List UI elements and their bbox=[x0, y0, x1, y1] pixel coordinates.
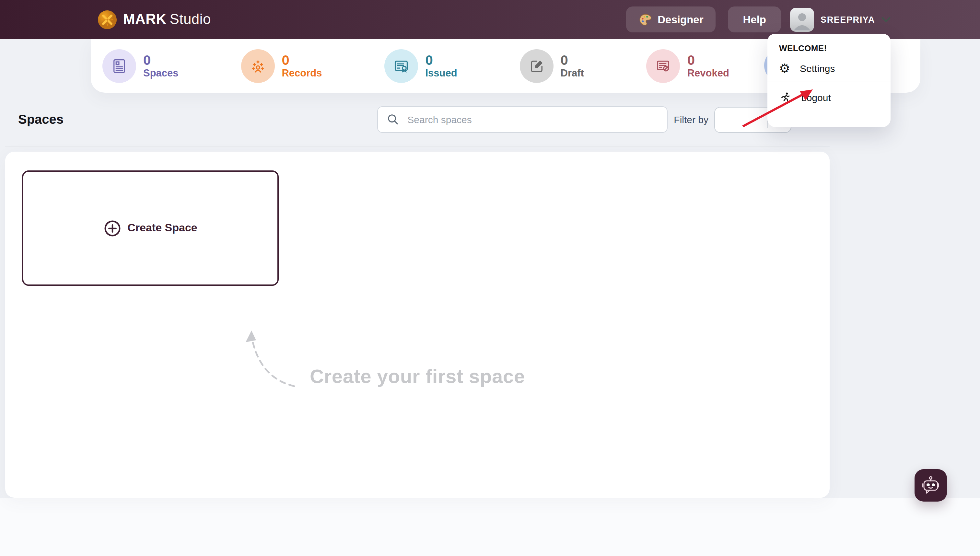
settings-label: Settings bbox=[800, 63, 835, 74]
stat-draft: 0 Draft bbox=[520, 49, 584, 82]
plus-circle-icon bbox=[103, 219, 121, 237]
help-button[interactable]: Help bbox=[728, 6, 781, 32]
person-icon bbox=[790, 8, 814, 31]
app-header: MARKStudio Designer Help bbox=[0, 0, 980, 39]
stat-label: Issued bbox=[425, 67, 457, 79]
user-name[interactable]: SREEPRIYA bbox=[821, 15, 875, 24]
search-icon bbox=[387, 113, 399, 126]
stat-records: 0 Records bbox=[241, 49, 322, 82]
logout-label: Logout bbox=[801, 92, 831, 103]
menu-item-logout[interactable]: Logout bbox=[779, 86, 879, 109]
spaces-toolbar: Spaces Filter by bbox=[5, 93, 830, 147]
robot-icon bbox=[920, 474, 942, 496]
stat-issued: 0 Issued bbox=[384, 49, 457, 82]
logout-runner-icon bbox=[779, 91, 791, 103]
stat-value: 0 bbox=[561, 52, 584, 67]
app-title: MARKStudio bbox=[123, 11, 211, 28]
page-title: Spaces bbox=[18, 112, 63, 127]
issued-certificate-icon bbox=[384, 49, 418, 82]
gear-icon: ⚙ bbox=[779, 62, 790, 74]
stat-label: Revoked bbox=[687, 67, 729, 79]
stat-label: Draft bbox=[561, 67, 584, 79]
menu-divider bbox=[767, 82, 891, 82]
mark-studio-logo-icon bbox=[97, 10, 117, 29]
stat-value: 0 bbox=[143, 52, 179, 67]
create-space-card[interactable]: Create Space bbox=[22, 170, 279, 286]
draft-edit-icon bbox=[520, 49, 553, 82]
stat-label: Records bbox=[281, 67, 322, 79]
stat-spaces: 0 Spaces bbox=[102, 49, 179, 82]
user-dropdown-menu: WELCOME! ⚙ Settings Logout bbox=[767, 34, 891, 127]
brand: MARKStudio bbox=[97, 10, 211, 29]
menu-item-settings[interactable]: ⚙ Settings bbox=[779, 57, 879, 80]
empty-state-message: Create your first space bbox=[5, 365, 830, 388]
search-box bbox=[377, 106, 667, 133]
help-button-label: Help bbox=[743, 13, 767, 26]
records-person-sparkles-icon bbox=[241, 49, 275, 82]
create-space-label: Create Space bbox=[127, 221, 197, 234]
palette-icon bbox=[638, 13, 652, 26]
stat-value: 0 bbox=[687, 52, 729, 67]
search-input[interactable] bbox=[377, 106, 667, 133]
stat-value: 0 bbox=[281, 52, 322, 67]
welcome-heading: WELCOME! bbox=[779, 44, 879, 53]
app-window: MARKStudio Designer Help bbox=[0, 0, 980, 556]
stat-revoked: 0 Revoked bbox=[647, 49, 729, 82]
designer-button-label: Designer bbox=[658, 13, 703, 26]
stat-value: 0 bbox=[425, 52, 457, 67]
stat-label: Spaces bbox=[143, 67, 179, 79]
chevron-down-icon[interactable] bbox=[881, 16, 891, 23]
spaces-panel: Create Space Create your first space bbox=[5, 152, 830, 498]
user-avatar[interactable] bbox=[790, 8, 814, 31]
filter-by-label: Filter by bbox=[674, 114, 708, 125]
revoked-document-ban-icon bbox=[647, 49, 680, 82]
designer-button[interactable]: Designer bbox=[626, 6, 716, 32]
spaces-document-icon bbox=[102, 49, 136, 82]
chatbot-button[interactable] bbox=[915, 469, 947, 501]
